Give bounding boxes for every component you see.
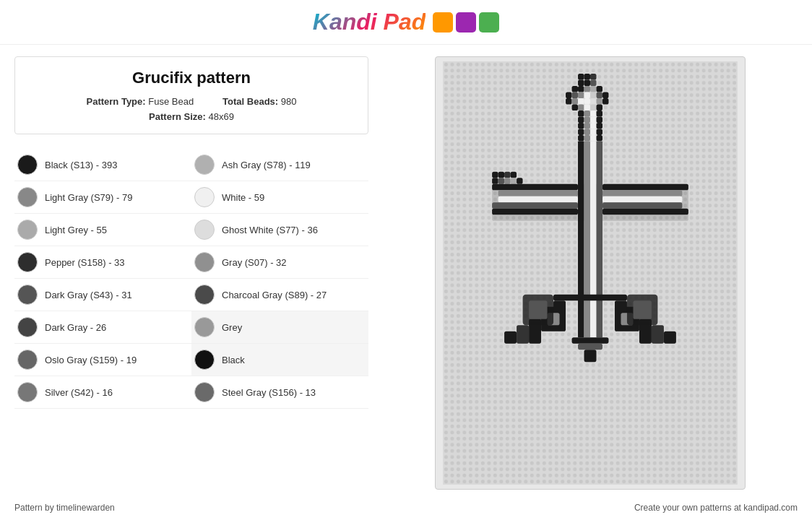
svg-rect-20 [602, 92, 608, 98]
svg-rect-19 [596, 92, 602, 98]
svg-rect-71 [602, 202, 682, 208]
logo-icon-orange [433, 12, 453, 32]
pattern-size-label: Pattern Size: [149, 111, 206, 122]
svg-rect-4 [584, 74, 590, 79]
svg-rect-36 [596, 110, 602, 116]
svg-rect-46 [584, 129, 590, 134]
svg-rect-60 [504, 178, 510, 183]
svg-rect-8 [590, 79, 596, 85]
svg-rect-40 [596, 116, 602, 122]
color-item-oslo-gray[interactable]: Oslo Gray (S159) - 19 [14, 344, 191, 376]
svg-rect-67 [492, 209, 578, 214]
color-item-silver[interactable]: Silver (S42) - 16 [14, 376, 191, 409]
logo-text[interactable]: Kandi Pad [313, 9, 426, 35]
color-item-gray-s07[interactable]: Gray (S07) - 32 [191, 246, 368, 279]
color-label-steel-gray: Steel Gray (S156) - 13 [222, 387, 316, 398]
svg-rect-44 [596, 123, 602, 129]
svg-rect-66 [492, 202, 578, 208]
svg-rect-42 [584, 123, 590, 129]
svg-rect-72 [602, 209, 688, 214]
svg-rect-22 [572, 98, 578, 104]
color-item-dark-gray-s43[interactable]: Dark Gray (S43) - 31 [14, 279, 191, 311]
color-item-black-s13[interactable]: Black (S13) - 393 [14, 149, 191, 181]
pattern-meta: Pattern Type: Fuse Bead Total Beads: 980 [30, 96, 353, 107]
svg-rect-74 [584, 141, 590, 337]
color-item-light-gray-s79[interactable]: Light Gray (S79) - 79 [14, 181, 191, 214]
svg-rect-57 [511, 172, 517, 178]
svg-rect-29 [578, 104, 584, 110]
svg-rect-61 [511, 178, 517, 183]
color-list: Black (S13) - 393 Light Gray (S79) - 79 … [14, 149, 368, 409]
svg-rect-50 [584, 135, 590, 141]
svg-rect-41 [578, 123, 584, 129]
total-beads: Total Beads: 980 [223, 96, 296, 107]
svg-rect-13 [596, 86, 602, 92]
svg-rect-86 [584, 350, 597, 362]
svg-rect-35 [590, 110, 596, 116]
svg-rect-48 [596, 129, 602, 134]
svg-rect-33 [578, 110, 584, 116]
color-swatch-black-s13 [17, 155, 38, 175]
svg-rect-28 [572, 104, 578, 110]
svg-rect-10 [578, 86, 584, 92]
pattern-size-value: 48x69 [208, 111, 233, 122]
color-item-white[interactable]: White - 59 [191, 181, 368, 214]
svg-rect-47 [590, 129, 596, 134]
svg-rect-18 [590, 92, 596, 98]
color-label-gray-s07: Gray (S07) - 32 [222, 257, 287, 268]
svg-rect-68 [602, 184, 688, 190]
pattern-type: Pattern Type: Fuse Bead [87, 96, 194, 107]
svg-rect-55 [498, 172, 504, 178]
color-swatch-silver [17, 382, 38, 402]
svg-rect-3 [578, 74, 584, 79]
color-item-dark-gray[interactable]: Dark Gray - 26 [14, 311, 191, 344]
svg-rect-25 [590, 98, 596, 104]
color-label-dark-gray: Dark Gray - 26 [45, 322, 106, 333]
svg-rect-12 [590, 86, 596, 92]
svg-rect-9 [572, 86, 578, 92]
header: Kandi Pad [0, 0, 812, 45]
color-label-grey: Grey [222, 322, 242, 333]
color-swatch-pepper [17, 252, 38, 272]
svg-rect-45 [578, 129, 584, 134]
svg-rect-24 [584, 98, 590, 104]
svg-rect-85 [578, 344, 602, 350]
svg-rect-52 [596, 135, 602, 141]
svg-rect-5 [590, 74, 596, 79]
right-panel [383, 56, 798, 490]
color-swatch-dark-gray [17, 317, 38, 337]
color-item-grey[interactable]: Grey [191, 311, 368, 344]
color-swatch-grey [194, 317, 215, 337]
svg-rect-75 [590, 141, 596, 337]
svg-rect-89 [517, 325, 529, 343]
color-item-black[interactable]: Black [191, 344, 368, 376]
svg-rect-58 [492, 178, 498, 183]
color-swatch-black [194, 350, 215, 370]
color-item-charcoal-gray[interactable]: Charcoal Gray (S89) - 27 [191, 279, 368, 311]
color-item-steel-gray[interactable]: Steel Gray (S156) - 13 [191, 376, 368, 409]
color-label-charcoal-gray: Charcoal Gray (S89) - 27 [222, 290, 327, 300]
svg-rect-23 [578, 98, 584, 104]
svg-rect-6 [578, 79, 584, 85]
svg-rect-7 [584, 79, 590, 85]
color-label-ghost-white: Ghost White (S77) - 36 [222, 225, 318, 235]
color-label-dark-gray-s43: Dark Gray (S43) - 31 [45, 290, 132, 300]
svg-rect-70 [602, 196, 682, 202]
color-swatch-white [194, 187, 215, 207]
color-item-ash-gray[interactable]: Ash Gray (S78) - 119 [191, 149, 368, 181]
color-item-pepper[interactable]: Pepper (S158) - 33 [14, 246, 191, 279]
color-item-light-grey[interactable]: Light Grey - 55 [14, 214, 191, 246]
color-swatch-charcoal-gray [194, 285, 215, 305]
svg-rect-51 [590, 135, 596, 141]
svg-rect-96 [633, 300, 651, 318]
svg-rect-69 [602, 190, 682, 196]
pattern-type-value: Fuse Bead [148, 96, 194, 107]
pattern-info-box: Grucifix pattern Pattern Type: Fuse Bead… [14, 56, 368, 134]
svg-rect-37 [578, 116, 584, 122]
pattern-type-label: Pattern Type: [87, 96, 146, 107]
svg-rect-92 [664, 332, 676, 344]
svg-rect-15 [572, 92, 578, 98]
color-item-ghost-white[interactable]: Ghost White (S77) - 36 [191, 214, 368, 246]
color-label-silver: Silver (S42) - 16 [45, 387, 113, 398]
footer-left: Pattern by timelinewarden [14, 503, 115, 513]
